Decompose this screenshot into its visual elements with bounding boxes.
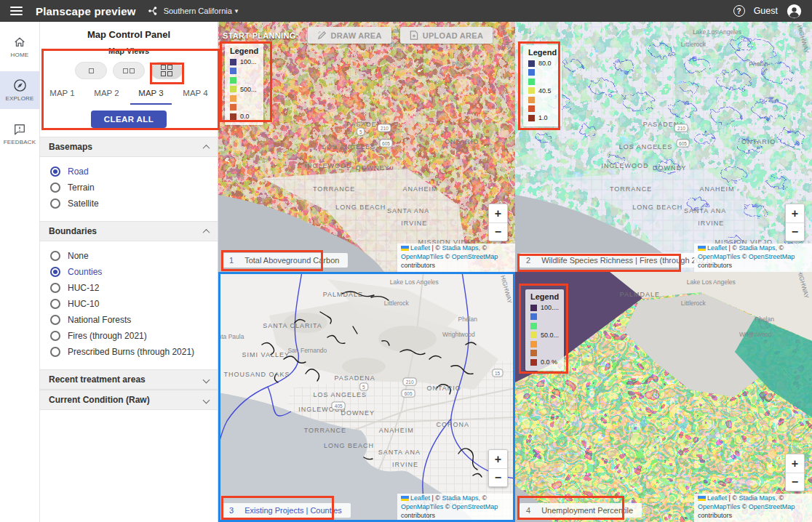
app-bar: Planscape preview Southern California ▾ … (0, 0, 812, 22)
radio-label: HUC-12 (68, 283, 99, 293)
zoom-out-button[interactable]: − (786, 473, 804, 491)
map-1-layer-chip: 1 Total Aboveground Carbon (223, 253, 348, 268)
zoom-out-button[interactable]: − (786, 222, 804, 241)
map-1-legend: Legend 100...500...0.0 (225, 44, 263, 125)
legend-swatch (230, 68, 236, 74)
tab-map-1[interactable]: MAP 1 (40, 83, 84, 106)
ukraine-flag-icon (698, 246, 706, 251)
radio-huc-12[interactable]: HUC-12 (50, 281, 218, 295)
openstreetmap-link[interactable]: OpenStreetMap (749, 503, 795, 510)
openstreetmap-link[interactable]: OpenStreetMap (452, 253, 498, 260)
upload-area-button[interactable]: UPLOAD AREA (400, 27, 493, 44)
chevron-up-icon (203, 144, 210, 151)
single-pane-icon (89, 68, 94, 73)
openmaptiles-link[interactable]: OpenMapTiles (698, 253, 740, 260)
radio-counties[interactable]: Counties (50, 265, 218, 279)
stadia-maps-link[interactable]: Stadia Maps, (442, 244, 481, 252)
radio-terrain[interactable]: Terrain (50, 180, 218, 195)
leaflet-link[interactable]: Leaflet (410, 494, 430, 502)
map-3-existing-projects-counties[interactable]: PALMDALELake Los AngelesLittlerockPhelan… (218, 272, 515, 522)
clear-all-button[interactable]: CLEAR ALL (91, 111, 167, 128)
radio-national-forests[interactable]: National Forests (50, 313, 218, 327)
radio-huc-10[interactable]: HUC-10 (50, 297, 218, 311)
map-2-legend: Legend 80.040.51.0 (523, 45, 562, 127)
nav-rail: HOME EXPLORE FEEDBACK (0, 22, 40, 522)
zoom-in-button[interactable]: + (489, 204, 507, 222)
radio-none[interactable]: None (50, 249, 218, 263)
section-current-condition[interactable]: Current Condition (Raw) (40, 390, 218, 410)
legend-swatch (528, 87, 535, 94)
zoom-in-button[interactable]: + (786, 204, 804, 222)
menu-icon[interactable] (10, 7, 23, 15)
map-view-toggle-group (40, 60, 218, 81)
tab-map-3[interactable]: MAP 3 (129, 83, 173, 106)
map-1-total-aboveground-carbon[interactable]: Lake Los AngelesLittlerockPhelanPASADENA… (218, 22, 515, 272)
openmaptiles-link[interactable]: OpenMapTiles (401, 503, 443, 510)
radio-prescribed-burns-through-2021[interactable]: Prescribed Burns (through 2021) (50, 345, 218, 359)
map-2-zoom-control: + − (785, 204, 805, 241)
legend-row (230, 103, 258, 113)
legend-swatch (230, 113, 236, 120)
legend-value: 100.... (541, 304, 559, 311)
explore-compass-icon (13, 79, 27, 92)
zoom-in-button[interactable]: + (786, 454, 804, 473)
four-map-view-button[interactable] (151, 62, 183, 79)
stadia-maps-link[interactable]: Stadia Maps, (739, 244, 778, 252)
openstreetmap-link[interactable]: OpenStreetMap (452, 503, 498, 510)
openstreetmap-link[interactable]: OpenStreetMap (749, 253, 795, 260)
tab-map-2[interactable]: MAP 2 (84, 83, 129, 106)
region-selector[interactable]: Southern California ▾ (164, 7, 239, 15)
radio-button-icon (50, 347, 60, 357)
legend-swatch (528, 79, 535, 85)
leaflet-link[interactable]: Leaflet (707, 244, 727, 252)
section-recent-treatment[interactable]: Recent treatment areas (40, 369, 218, 390)
legend-swatch (230, 77, 236, 84)
legend-row (230, 76, 258, 85)
legend-row: 0.0 (230, 112, 258, 121)
nav-item-home[interactable]: HOME (0, 28, 39, 65)
legend-row: 500... (230, 85, 258, 95)
map-3-road-map (218, 272, 515, 522)
zoom-out-button[interactable]: − (489, 468, 507, 486)
openmaptiles-link[interactable]: OpenMapTiles (698, 503, 740, 510)
radio-satellite[interactable]: Satellite (50, 196, 218, 211)
legend-swatch (530, 359, 537, 366)
four-pane-icon (161, 65, 172, 76)
help-icon[interactable]: ? (733, 5, 745, 17)
radio-road[interactable]: Road (50, 164, 218, 179)
leaflet-link[interactable]: Leaflet (410, 244, 430, 252)
legend-row (230, 94, 258, 103)
map-4-unemployment-percentile[interactable]: PALMDALELake Los AngelesLittlerockPhelan… (515, 272, 812, 522)
two-map-view-button[interactable] (113, 62, 145, 79)
map-tabs: MAP 1MAP 2MAP 3MAP 4 (40, 83, 218, 106)
map-4-layer-chip: 4 Unemployment Percentile (520, 503, 642, 518)
leaflet-link[interactable]: Leaflet (707, 494, 727, 502)
nav-item-explore[interactable]: EXPLORE (0, 71, 39, 109)
zoom-in-button[interactable]: + (489, 450, 507, 468)
stadia-maps-link[interactable]: Stadia Maps, (739, 494, 778, 502)
legend-swatch (230, 86, 236, 92)
two-pane-icon (123, 68, 128, 73)
map-3-layer-chip: 3 Existing Projects | Counties (223, 503, 351, 518)
upload-file-icon (410, 31, 418, 40)
legend-swatch (528, 60, 535, 67)
legend-swatch (528, 115, 535, 121)
stadia-maps-link[interactable]: Stadia Maps, (442, 494, 481, 502)
section-boundaries[interactable]: Boundaries (40, 221, 218, 241)
nav-item-feedback[interactable]: FEEDBACK (0, 115, 39, 153)
radio-fires-through-2021[interactable]: Fires (through 2021) (50, 329, 218, 343)
legend-row (230, 67, 258, 76)
legend-swatch (230, 104, 236, 111)
ukraine-flag-icon (401, 246, 409, 251)
tab-map-4[interactable]: MAP 4 (173, 83, 218, 106)
map-2-wildlife-species-richness[interactable]: Lake Los AngelesLittlerockPhelanPASADENA… (515, 22, 812, 272)
section-basemaps[interactable]: Basemaps (40, 137, 218, 157)
app-title: Planscape preview (36, 5, 136, 17)
account-icon[interactable] (787, 4, 802, 19)
map-attribution: Leaflet | © Stadia Maps, © OpenMapTiles … (694, 494, 812, 522)
openmaptiles-link[interactable]: OpenMapTiles (401, 253, 443, 260)
map-attribution: Leaflet | © Stadia Maps, © OpenMapTiles … (397, 494, 515, 522)
one-map-view-button[interactable] (75, 62, 107, 79)
zoom-out-button[interactable]: − (489, 222, 507, 241)
draw-area-button[interactable]: DRAW AREA (308, 27, 391, 44)
